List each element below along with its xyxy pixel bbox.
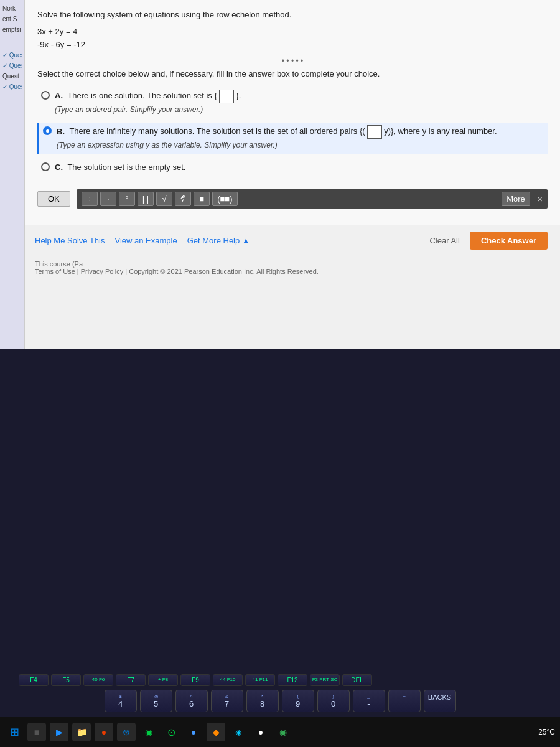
math-btn-paren[interactable]: (■■) <box>212 192 237 206</box>
choice-c-label: C. <box>55 162 63 172</box>
view-example-link[interactable]: View an Example <box>114 236 177 245</box>
num-key-minus[interactable]: _- <box>353 690 385 712</box>
taskbar-blue-dot[interactable]: ● <box>184 723 203 741</box>
num-key-0[interactable]: )0 <box>317 690 350 712</box>
fn-key-f4[interactable]: F4 <box>19 674 49 686</box>
footer-course: This course (Pa <box>35 260 83 268</box>
fn-key-del[interactable]: DEL <box>342 674 372 686</box>
choice-b-row[interactable]: B. There are infinitely many solutions. … <box>37 123 548 154</box>
taskbar-green[interactable]: ◉ <box>139 723 158 741</box>
choice-a-suffix: }. <box>236 91 241 100</box>
fn-key-prt[interactable]: F3 PRT SC <box>310 674 340 686</box>
num-key-equals[interactable]: += <box>388 690 421 712</box>
num-key-backspace[interactable]: BACKS <box>424 690 456 712</box>
dots-separator: • • • • • <box>37 57 548 65</box>
taskbar-start[interactable]: ⊞ <box>5 723 24 741</box>
choice-a-label: A. <box>55 91 63 100</box>
equations: 3x + 2y = 4 -9x - 6y = -12 <box>37 26 548 52</box>
math-btn-square[interactable]: ■ <box>194 192 210 206</box>
num-key-9[interactable]: (9 <box>282 690 314 712</box>
fn-key-f10[interactable]: 44 F10 <box>213 674 243 686</box>
answer-choices: A. There is one solution. The solution s… <box>37 87 548 176</box>
num-key-row: $4 %5 ^6 &7 *8 (9 )0 _- += BACKS <box>6 690 554 712</box>
equation-1: 3x + 2y = 4 <box>37 26 548 39</box>
action-bar: Help Me Solve This View an Example Get M… <box>0 225 560 256</box>
taskbar-cyan[interactable]: ◈ <box>229 723 248 741</box>
choice-c-text: C. The solution set is the empty set. <box>55 161 544 174</box>
math-btn-dot[interactable]: · <box>100 192 116 206</box>
num-key-4[interactable]: $4 <box>105 690 137 712</box>
check-answer-button[interactable]: Check Answer <box>470 232 548 250</box>
sidebar-label-ent: ent S <box>2 16 22 22</box>
instruction-text: Select the correct choice below and, if … <box>37 69 548 78</box>
math-btn-deg[interactable]: ° <box>119 192 135 206</box>
taskbar-windows[interactable]: ⊛ <box>117 723 136 741</box>
taskbar-explorer[interactable]: ■ <box>27 723 46 741</box>
taskbar-temperature: 25°C <box>538 728 555 736</box>
fn-key-f7[interactable]: F7 <box>116 674 146 686</box>
num-key-6[interactable]: ^6 <box>175 690 208 712</box>
taskbar: ⊞ ■ ▶ 📁 ● ⊛ ◉ ⊙ ● ◆ ◈ ● ◉ 25°C <box>0 717 560 747</box>
keyboard-area: F4 F5 40 F6 F7 + F8 F9 44 F10 41 F11 F12… <box>0 624 560 717</box>
choice-b-main: There are infinitely many solutions. The… <box>69 127 365 136</box>
footer-text: This course (Pa Terms of Use | Privacy P… <box>0 256 560 279</box>
num-key-5[interactable]: %5 <box>140 690 172 712</box>
sidebar-item-3[interactable]: Quest <box>2 73 22 80</box>
choice-c-row[interactable]: C. The solution set is the empty set. <box>37 159 548 176</box>
fn-key-f8[interactable]: + F8 <box>148 674 178 686</box>
taskbar-xbox[interactable]: ⊙ <box>162 723 180 741</box>
fn-key-f5[interactable]: F5 <box>51 674 81 686</box>
num-key-8[interactable]: *8 <box>246 690 279 712</box>
choice-a-text: A. There is one solution. The solution s… <box>55 90 544 116</box>
taskbar-white[interactable]: ● <box>251 723 270 741</box>
fn-key-f12[interactable]: F12 <box>278 674 307 686</box>
sidebar-label-work: Nork <box>2 5 22 12</box>
radio-a[interactable] <box>41 91 50 100</box>
radio-b[interactable] <box>43 126 52 135</box>
fn-key-f9[interactable]: F9 <box>180 674 210 686</box>
sidebar-item-4[interactable]: Quest <box>2 83 22 90</box>
toolbar-row: OK ÷ · ° | | √ ∛ ■ (■■) More × <box>37 183 548 215</box>
choice-b-input[interactable] <box>367 125 381 139</box>
num-key-7[interactable]: &7 <box>211 690 243 712</box>
math-btn-frac[interactable]: ÷ <box>82 192 98 206</box>
radio-c[interactable] <box>41 162 50 171</box>
choice-a-main: There is one solution. The solution set … <box>67 91 217 100</box>
taskbar-circle-red[interactable]: ● <box>95 723 113 741</box>
choice-a-hint: (Type an ordered pair. Simplify your ans… <box>55 105 203 114</box>
choice-a-row[interactable]: A. There is one solution. The solution s… <box>37 87 548 118</box>
toolbar-close[interactable]: × <box>538 194 543 204</box>
choice-c-main: The solution set is the empty set. <box>67 162 185 172</box>
taskbar-folder[interactable]: 📁 <box>72 723 91 741</box>
math-btn-more[interactable]: More <box>502 192 530 206</box>
math-btn-cbrt[interactable]: ∛ <box>175 192 191 206</box>
ok-button[interactable]: OK <box>37 191 70 207</box>
taskbar-chrome[interactable]: ◉ <box>274 723 292 741</box>
fn-key-f11[interactable]: 41 F11 <box>245 674 275 686</box>
clear-all-link[interactable]: Clear All <box>429 236 459 245</box>
taskbar-orange[interactable]: ◆ <box>207 723 225 741</box>
footer-links: Terms of Use | Privacy Policy | Copyrigh… <box>35 268 319 275</box>
math-btn-sqrt[interactable]: √ <box>156 192 172 206</box>
sidebar-label-emptsi: emptsi <box>2 26 22 33</box>
question-area: Solve the following system of equations … <box>25 0 560 225</box>
choice-b-label: B. <box>57 127 65 136</box>
taskbar-media[interactable]: ▶ <box>50 723 68 741</box>
problem-title: Solve the following system of equations … <box>37 10 548 19</box>
choice-b-mid: y)}, where y is any real number. <box>384 127 497 136</box>
sidebar: Nork ent S emptsi Quest Quest Quest Ques… <box>0 0 25 349</box>
math-btn-abs[interactable]: | | <box>138 192 154 206</box>
get-more-help-link[interactable]: Get More Help ▲ <box>187 236 250 245</box>
equation-2: -9x - 6y = -12 <box>37 39 548 52</box>
math-toolbar: ÷ · ° | | √ ∛ ■ (■■) More × <box>77 189 548 209</box>
help-me-solve-link[interactable]: Help Me Solve This <box>35 236 105 245</box>
choice-a-input[interactable] <box>219 90 233 103</box>
fn-key-f6[interactable]: 40 F6 <box>83 674 113 686</box>
sidebar-item-1[interactable]: Quest <box>2 52 22 59</box>
choice-b-text: B. There are infinitely many solutions. … <box>57 125 544 151</box>
fn-key-row: F4 F5 40 F6 F7 + F8 F9 44 F10 41 F11 F12… <box>6 674 554 686</box>
choice-b-hint: (Type an expression using y as the varia… <box>57 141 278 149</box>
sidebar-item-2[interactable]: Quest <box>2 62 22 69</box>
main-content: Nork ent S emptsi Quest Quest Quest Ques… <box>0 0 560 349</box>
